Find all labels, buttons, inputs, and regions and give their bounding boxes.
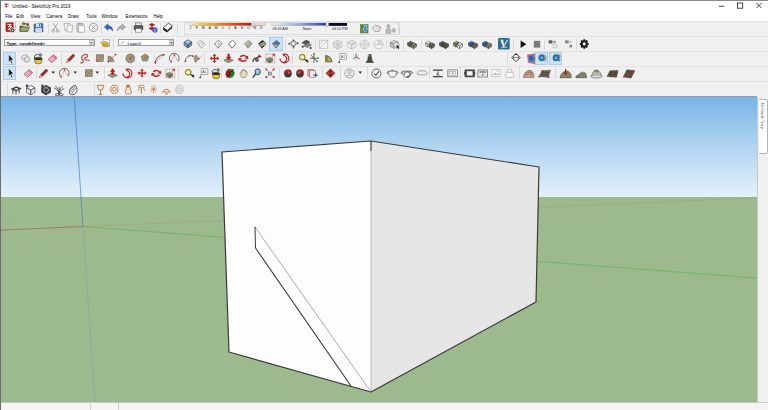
svg-text:A1: A1 xyxy=(341,54,345,58)
svg-text:A1: A1 xyxy=(202,69,206,73)
